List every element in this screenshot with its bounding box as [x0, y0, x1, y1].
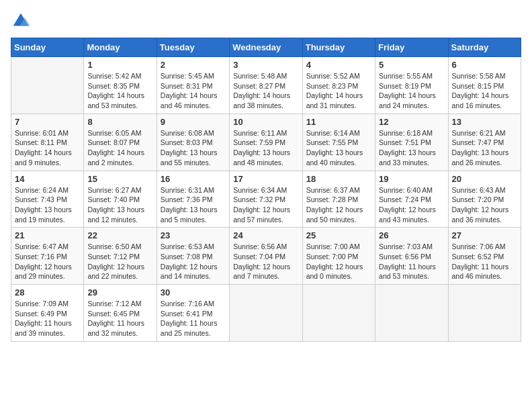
calendar-cell: 23Sunrise: 6:53 AMSunset: 7:08 PMDayligh… [157, 228, 229, 285]
calendar-header-row: SundayMondayTuesdayWednesdayThursdayFrid… [11, 38, 521, 57]
day-number: 30 [161, 287, 226, 298]
day-info: Sunrise: 6:21 AMSunset: 7:47 PMDaylight:… [452, 128, 517, 168]
day-number: 22 [87, 230, 152, 240]
calendar-cell: 2Sunrise: 5:45 AMSunset: 8:31 PMDaylight… [157, 57, 229, 114]
day-info: Sunrise: 6:01 AMSunset: 8:11 PMDaylight:… [15, 128, 80, 168]
calendar-cell: 4Sunrise: 5:52 AMSunset: 8:23 PMDaylight… [302, 57, 375, 114]
calendar-cell: 12Sunrise: 6:18 AMSunset: 7:51 PMDayligh… [375, 113, 448, 171]
calendar-table: SundayMondayTuesdayWednesdayThursdayFrid… [11, 38, 521, 342]
day-info: Sunrise: 6:40 AMSunset: 7:24 PMDaylight:… [379, 185, 444, 225]
calendar-cell: 7Sunrise: 6:01 AMSunset: 8:11 PMDaylight… [11, 113, 84, 171]
calendar-cell: 22Sunrise: 6:50 AMSunset: 7:12 PMDayligh… [84, 228, 157, 285]
day-info: Sunrise: 7:00 AMSunset: 7:00 PMDaylight:… [306, 242, 371, 281]
day-info: Sunrise: 7:06 AMSunset: 6:52 PMDaylight:… [452, 242, 517, 281]
day-number: 20 [452, 174, 517, 184]
day-number: 15 [87, 174, 152, 184]
day-number: 3 [233, 60, 298, 70]
day-info: Sunrise: 6:05 AMSunset: 8:07 PMDaylight:… [87, 128, 152, 168]
calendar-cell [375, 285, 448, 342]
calendar-week-2: 7Sunrise: 6:01 AMSunset: 8:11 PMDaylight… [11, 113, 521, 171]
day-number: 28 [15, 287, 80, 298]
day-info: Sunrise: 5:45 AMSunset: 8:31 PMDaylight:… [161, 71, 226, 111]
calendar-cell: 1Sunrise: 5:42 AMSunset: 8:35 PMDaylight… [84, 57, 157, 114]
calendar-cell: 10Sunrise: 6:11 AMSunset: 7:59 PMDayligh… [230, 113, 302, 171]
calendar-cell: 3Sunrise: 5:48 AMSunset: 8:27 PMDaylight… [230, 57, 302, 114]
calendar-cell: 14Sunrise: 6:24 AMSunset: 7:43 PMDayligh… [11, 171, 84, 228]
day-number: 29 [87, 287, 152, 298]
day-info: Sunrise: 6:37 AMSunset: 7:28 PMDaylight:… [306, 185, 371, 225]
day-info: Sunrise: 7:03 AMSunset: 6:56 PMDaylight:… [379, 242, 444, 281]
day-info: Sunrise: 6:18 AMSunset: 7:51 PMDaylight:… [379, 128, 444, 168]
calendar-cell: 11Sunrise: 6:14 AMSunset: 7:55 PMDayligh… [302, 113, 375, 171]
day-number: 13 [452, 117, 517, 127]
calendar-cell: 29Sunrise: 7:12 AMSunset: 6:45 PMDayligh… [84, 285, 157, 342]
day-info: Sunrise: 5:48 AMSunset: 8:27 PMDaylight:… [233, 71, 298, 111]
calendar-cell: 9Sunrise: 6:08 AMSunset: 8:03 PMDaylight… [157, 113, 229, 171]
header-thursday: Thursday [302, 38, 375, 57]
calendar-cell [302, 285, 375, 342]
header-tuesday: Tuesday [157, 38, 229, 57]
day-number: 17 [233, 174, 298, 184]
header-saturday: Saturday [448, 38, 521, 57]
day-info: Sunrise: 6:27 AMSunset: 7:40 PMDaylight:… [87, 185, 152, 225]
day-number: 7 [15, 117, 80, 127]
day-number: 12 [379, 117, 444, 127]
calendar-cell: 16Sunrise: 6:31 AMSunset: 7:36 PMDayligh… [157, 171, 229, 228]
day-number: 23 [161, 230, 226, 240]
header-friday: Friday [375, 38, 448, 57]
calendar-cell: 24Sunrise: 6:56 AMSunset: 7:04 PMDayligh… [230, 228, 302, 285]
day-number: 14 [15, 174, 80, 184]
calendar-week-1: 1Sunrise: 5:42 AMSunset: 8:35 PMDaylight… [11, 57, 521, 114]
day-info: Sunrise: 7:16 AMSunset: 6:41 PMDaylight:… [161, 299, 226, 338]
day-number: 18 [306, 174, 371, 184]
calendar-cell: 26Sunrise: 7:03 AMSunset: 6:56 PMDayligh… [375, 228, 448, 285]
calendar-cell: 30Sunrise: 7:16 AMSunset: 6:41 PMDayligh… [157, 285, 229, 342]
day-info: Sunrise: 6:47 AMSunset: 7:16 PMDaylight:… [15, 242, 80, 281]
day-info: Sunrise: 7:09 AMSunset: 6:49 PMDaylight:… [15, 299, 80, 338]
day-info: Sunrise: 6:31 AMSunset: 7:36 PMDaylight:… [161, 185, 226, 225]
header-wednesday: Wednesday [230, 38, 302, 57]
calendar-cell: 8Sunrise: 6:05 AMSunset: 8:07 PMDaylight… [84, 113, 157, 171]
day-info: Sunrise: 7:12 AMSunset: 6:45 PMDaylight:… [87, 299, 152, 338]
day-number: 24 [233, 230, 298, 240]
day-number: 16 [161, 174, 226, 184]
calendar-cell [11, 57, 84, 114]
calendar-cell: 13Sunrise: 6:21 AMSunset: 7:47 PMDayligh… [448, 113, 521, 171]
day-info: Sunrise: 5:52 AMSunset: 8:23 PMDaylight:… [306, 71, 371, 111]
day-number: 10 [233, 117, 298, 127]
day-info: Sunrise: 6:53 AMSunset: 7:08 PMDaylight:… [161, 242, 226, 281]
calendar-cell: 25Sunrise: 7:00 AMSunset: 7:00 PMDayligh… [302, 228, 375, 285]
day-info: Sunrise: 6:14 AMSunset: 7:55 PMDaylight:… [306, 128, 371, 168]
calendar-cell: 17Sunrise: 6:34 AMSunset: 7:32 PMDayligh… [230, 171, 302, 228]
day-number: 1 [87, 60, 152, 70]
day-number: 11 [306, 117, 371, 127]
day-info: Sunrise: 6:24 AMSunset: 7:43 PMDaylight:… [15, 185, 80, 225]
day-info: Sunrise: 5:42 AMSunset: 8:35 PMDaylight:… [87, 71, 152, 111]
day-number: 26 [379, 230, 444, 240]
calendar-cell: 21Sunrise: 6:47 AMSunset: 7:16 PMDayligh… [11, 228, 84, 285]
calendar-cell [448, 285, 521, 342]
day-number: 8 [87, 117, 152, 127]
day-number: 4 [306, 60, 371, 70]
calendar-cell: 20Sunrise: 6:43 AMSunset: 7:20 PMDayligh… [448, 171, 521, 228]
logo [11, 11, 34, 31]
calendar-cell: 18Sunrise: 6:37 AMSunset: 7:28 PMDayligh… [302, 171, 375, 228]
page-header [11, 11, 521, 31]
calendar-cell: 19Sunrise: 6:40 AMSunset: 7:24 PMDayligh… [375, 171, 448, 228]
day-number: 21 [15, 230, 80, 240]
day-info: Sunrise: 6:43 AMSunset: 7:20 PMDaylight:… [452, 185, 517, 225]
header-monday: Monday [84, 38, 157, 57]
day-info: Sunrise: 6:34 AMSunset: 7:32 PMDaylight:… [233, 185, 298, 225]
calendar-cell: 6Sunrise: 5:58 AMSunset: 8:15 PMDaylight… [448, 57, 521, 114]
day-number: 25 [306, 230, 371, 240]
day-info: Sunrise: 6:50 AMSunset: 7:12 PMDaylight:… [87, 242, 152, 281]
day-number: 2 [161, 60, 226, 70]
day-number: 27 [452, 230, 517, 240]
logo-icon [11, 11, 31, 31]
day-number: 5 [379, 60, 444, 70]
day-info: Sunrise: 6:08 AMSunset: 8:03 PMDaylight:… [161, 128, 226, 168]
calendar-cell: 5Sunrise: 5:55 AMSunset: 8:19 PMDaylight… [375, 57, 448, 114]
calendar-cell: 28Sunrise: 7:09 AMSunset: 6:49 PMDayligh… [11, 285, 84, 342]
day-info: Sunrise: 6:56 AMSunset: 7:04 PMDaylight:… [233, 242, 298, 281]
day-number: 9 [161, 117, 226, 127]
